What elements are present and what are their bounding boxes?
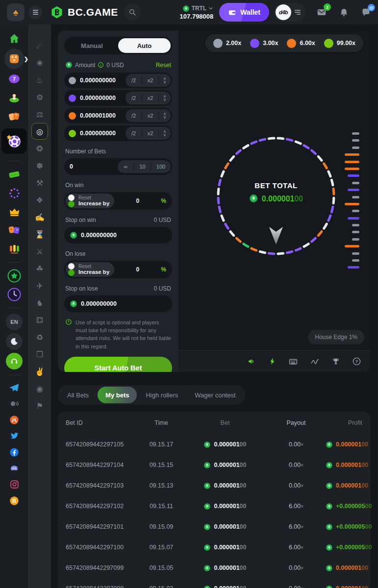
sidebar-item-roulette-dots[interactable]	[4, 184, 24, 202]
start-auto-bet-button[interactable]: Start Auto Bet	[64, 357, 172, 372]
trend-icon[interactable]	[310, 357, 320, 367]
amount-stepper[interactable]: ∧∨	[159, 109, 171, 122]
social-link-facebook[interactable]	[7, 445, 22, 460]
rail-game-hammers[interactable]: ⚒	[31, 174, 48, 192]
on-lose-toggle[interactable]: Reset Increase by	[66, 262, 114, 277]
number-of-bets-input[interactable]: 0 ∞10100	[64, 158, 172, 175]
on-win-value[interactable]: 0	[114, 197, 161, 204]
rail-game-writing[interactable]: ✍	[31, 209, 48, 226]
wallet-button[interactable]: Wallet	[219, 3, 269, 22]
half-bet-button[interactable]: /2	[126, 127, 142, 140]
social-link-forum[interactable]	[7, 396, 22, 411]
rail-game-hotspring[interactable]: ♨	[31, 72, 48, 89]
rail-game-blossom[interactable]: ✽	[31, 157, 48, 174]
double-bet-button[interactable]: x2	[142, 127, 158, 140]
sidebar-item-ticket[interactable]	[4, 165, 24, 184]
table-row[interactable]: 6574208944229710209.15.110.000001006.00×…	[66, 496, 362, 516]
support-button[interactable]	[6, 353, 23, 369]
on-win-toggle[interactable]: Reset Increase by	[66, 194, 114, 208]
half-bet-button[interactable]: /2	[126, 92, 142, 104]
table-row[interactable]: 6574208944229710109.15.090.000001006.00×…	[66, 516, 362, 537]
preset-infinity-button[interactable]: ∞	[118, 160, 134, 173]
half-bet-button[interactable]: /2	[126, 109, 142, 122]
sidebar-item-live-casino[interactable]	[4, 88, 24, 107]
promo-menu[interactable]: d4b	[274, 3, 305, 22]
rail-game-sunburst[interactable]: ❂	[31, 140, 48, 157]
table-row[interactable]: 6574208944229709909.15.050.000001000.00×…	[66, 558, 362, 578]
amount-stepper[interactable]: ∧∨	[159, 74, 171, 87]
bet-amount-value[interactable]: 0.000000000	[80, 95, 126, 101]
speaker-icon[interactable]	[247, 357, 256, 366]
amount-stepper[interactable]: ∧∨	[159, 92, 171, 104]
keyboard-icon[interactable]	[288, 357, 298, 367]
currency-selector[interactable]: TRTL 107.798008	[180, 5, 214, 20]
on-lose-value[interactable]: 0	[114, 266, 161, 273]
table-row[interactable]: 6574208944229710009.15.070.000001006.00×…	[66, 537, 362, 558]
table-row[interactable]: 6574208944229710409.15.150.000001000.00×…	[66, 455, 362, 475]
rail-game-diamond[interactable]: ❖	[31, 192, 48, 209]
brand-logo[interactable]: BC.GAME	[50, 5, 118, 19]
half-bet-button[interactable]: /2	[126, 74, 142, 87]
social-link-telegram[interactable]	[7, 380, 22, 395]
preset-10-button[interactable]: 10	[134, 160, 151, 173]
bet-amount-value[interactable]: 0.000000000	[80, 77, 126, 84]
bets-tab-high-rollers[interactable]: High rollers	[138, 387, 186, 403]
messages-button[interactable]: 2	[316, 7, 327, 18]
rail-game-box[interactable]: ❒	[31, 346, 48, 363]
language-button[interactable]: EN	[6, 314, 23, 330]
bet-amount-value[interactable]: 0.000001000	[80, 112, 126, 119]
chat-button[interactable]: @	[361, 7, 371, 18]
table-row[interactable]: 6574208944229710509.15.170.000001000.00×…	[66, 434, 362, 455]
sidebar-item-offers[interactable]	[4, 107, 24, 125]
sidebar-item-sports[interactable]: 7	[4, 70, 24, 88]
sidebar-item-masks[interactable]	[4, 221, 24, 240]
sidebar-item-crown[interactable]	[4, 202, 24, 221]
rail-game-die[interactable]: ⚃	[31, 312, 48, 329]
bets-tab-all-bets[interactable]: All Bets	[59, 387, 97, 403]
rail-game-recycle[interactable]: ♻	[31, 329, 48, 346]
rail-game-gear[interactable]: ⚙	[31, 89, 48, 106]
social-link-discord[interactable]	[7, 461, 22, 476]
rail-game-scales[interactable]: ⚖	[31, 106, 48, 123]
rail-game-shamrock[interactable]: ☘	[31, 260, 48, 277]
double-bet-button[interactable]: x2	[142, 74, 158, 87]
sidebar-item-home[interactable]	[4, 29, 24, 48]
rail-game-wheel[interactable]: ◎	[31, 123, 48, 140]
theme-toggle-button[interactable]	[6, 333, 23, 350]
amount-stepper[interactable]: ∧∨	[159, 127, 171, 140]
trophy-icon[interactable]	[331, 357, 340, 366]
bets-tab-wager-contest[interactable]: Wager contest	[187, 387, 243, 403]
stop-on-lose-input[interactable]: 0.000000000	[64, 295, 172, 312]
social-link-instagram[interactable]	[7, 477, 22, 492]
sidebar-item-clock-badge[interactable]	[4, 285, 24, 304]
mode-tab-auto[interactable]: Auto	[118, 38, 171, 53]
social-link-bitcoin[interactable]: B	[7, 493, 22, 508]
bet-amount-value[interactable]: 0.000000000	[80, 130, 126, 137]
table-row[interactable]: 6574208944229710309.15.130.000001000.00×…	[66, 475, 362, 496]
spade-shortcut-button[interactable]: ♠	[7, 3, 25, 21]
menu-toggle-button[interactable]	[28, 5, 42, 19]
sidebar-item-jackpot[interactable]	[4, 240, 24, 258]
rail-game-knight[interactable]: ♞	[31, 294, 48, 312]
help-icon[interactable]: ?	[352, 357, 361, 366]
lightning-icon[interactable]	[268, 357, 277, 366]
table-row[interactable]: 6574208944229709809.15.030.000001000.00×…	[66, 578, 362, 588]
multiplier-chip-99.00x[interactable]: 99.00x	[324, 39, 355, 48]
reset-link[interactable]: Reset	[156, 62, 171, 69]
social-link-twitter[interactable]	[7, 429, 22, 443]
notifications-button[interactable]	[339, 7, 349, 18]
rail-game-comet[interactable]: ☄	[31, 37, 48, 54]
preset-100-button[interactable]: 100	[151, 160, 171, 173]
rail-game-flag[interactable]: ⚑	[31, 397, 48, 415]
mode-tab-manual[interactable]: Manual	[66, 38, 118, 53]
multiplier-chip-6.00x[interactable]: 6.00x	[287, 39, 315, 48]
search-button[interactable]	[124, 4, 141, 21]
social-link-github[interactable]	[7, 413, 22, 427]
multiplier-chip-2.00x[interactable]: 2.00x	[213, 39, 241, 48]
double-bet-button[interactable]: x2	[142, 92, 158, 104]
sidebar-item-wheel-game[interactable]	[1, 128, 27, 154]
sidebar-item-casino[interactable]: ❯	[4, 48, 24, 70]
double-bet-button[interactable]: x2	[142, 109, 158, 122]
rail-game-victory[interactable]: ✌	[31, 363, 48, 380]
multiplier-chip-3.00x[interactable]: 3.00x	[250, 39, 278, 48]
